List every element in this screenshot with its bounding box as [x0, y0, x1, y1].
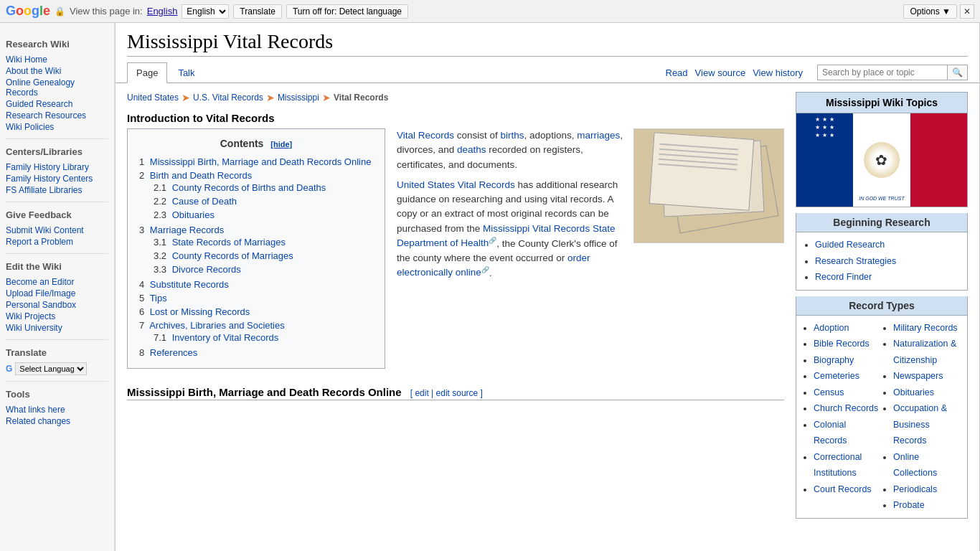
- sidebar-centers-section-title: Centers/Libraries: [6, 146, 108, 157]
- language-selector[interactable]: Select Language: [15, 362, 87, 375]
- obituaries-link[interactable]: Obituaries: [893, 387, 934, 397]
- census-link[interactable]: Census: [814, 387, 844, 397]
- toc-link-7-1[interactable]: Inventory of Vital Records: [172, 332, 279, 343]
- sidebar-item-personal-sandbox[interactable]: Personal Sandbox: [6, 299, 108, 311]
- toc-link-5[interactable]: Tips: [150, 293, 167, 303]
- star-row-2: ★ ★ ★: [815, 124, 834, 131]
- cemeteries-link[interactable]: Cemeteries: [814, 371, 859, 381]
- sidebar-item-online-genealogy[interactable]: Online Genealogy Records: [6, 77, 108, 98]
- court-records-link[interactable]: Court Records: [814, 484, 872, 494]
- sidebar-item-guided-research[interactable]: Guided Research: [6, 98, 108, 110]
- language-select[interactable]: English: [182, 4, 229, 19]
- record-finder-link[interactable]: Record Finder: [815, 272, 872, 282]
- naturalization-link[interactable]: Naturalization & Citizenship: [893, 339, 956, 365]
- correctional-link[interactable]: Correctional Institutions: [814, 452, 862, 479]
- military-records-link[interactable]: Military Records: [893, 323, 958, 333]
- toc-link-3-3[interactable]: Divorce Records: [172, 264, 241, 275]
- toc-link-3-1[interactable]: State Records of Marriages: [172, 237, 286, 248]
- toc-item-3: 3 Marriage Records 3.1 State Records of …: [139, 223, 373, 278]
- colonial-records-link[interactable]: Colonial Records: [814, 420, 847, 446]
- toc-item-8: 8 References: [139, 346, 373, 359]
- options-button[interactable]: Options ▼: [903, 4, 957, 19]
- toc-link-2-1[interactable]: County Records of Births and Deaths: [172, 182, 326, 193]
- action-view-source[interactable]: View source: [695, 67, 746, 78]
- lock-icon: 🔒: [55, 6, 65, 17]
- list-item-occupation: Occupation & Business Records: [893, 400, 961, 449]
- ms-vital-records-link[interactable]: Mississippi Vital Records State Departme…: [397, 223, 615, 249]
- sidebar-item-fhl[interactable]: Family History Library: [6, 161, 108, 173]
- sidebar-item-wiki-university[interactable]: Wiki University: [6, 322, 108, 334]
- sidebar-item-upload-file[interactable]: Upload File/Image: [6, 288, 108, 299]
- vital-records-link[interactable]: Vital Records: [397, 130, 454, 141]
- sidebar-feedback-section-title: Give Feedback: [6, 209, 108, 220]
- sidebar-item-submit-wiki[interactable]: Submit Wiki Content: [6, 225, 108, 236]
- us-vital-records-link[interactable]: United States Vital Records: [397, 179, 515, 190]
- toc-sublist-2: 2.1 County Records of Births and Deaths …: [139, 181, 373, 222]
- toc-link-1[interactable]: Mississippi Birth, Marriage and Death Re…: [150, 156, 372, 167]
- list-item-adoption: Adoption: [814, 320, 882, 336]
- occupation-link[interactable]: Occupation & Business Records: [893, 403, 947, 446]
- sidebar-item-become-editor[interactable]: Become an Editor: [6, 276, 108, 288]
- deaths-link[interactable]: deaths: [457, 144, 486, 155]
- biography-link[interactable]: Biography: [814, 355, 854, 365]
- order-online-link[interactable]: order electronically online: [397, 253, 590, 278]
- google-translate-icon: G: [6, 364, 12, 374]
- turn-off-button[interactable]: Turn off for: Detect language: [286, 4, 408, 19]
- toc-link-8[interactable]: References: [150, 347, 197, 358]
- sidebar-item-about-wiki[interactable]: About the Wiki: [6, 65, 108, 77]
- breadcrumb-link-us[interactable]: United States: [127, 93, 179, 103]
- search-input[interactable]: [818, 65, 947, 80]
- research-strategies-link[interactable]: Research Strategies: [815, 256, 896, 266]
- toc-item-2: 2 Birth and Death Records 2.1 County Rec…: [139, 169, 373, 223]
- bible-records-link[interactable]: Bible Records: [814, 339, 870, 349]
- toc-link-7[interactable]: Archives, Libraries and Societies: [149, 320, 285, 331]
- toc-link-2[interactable]: Birth and Death Records: [150, 170, 252, 181]
- toc-item-6: 6 Lost or Missing Records: [139, 305, 373, 319]
- action-view-history[interactable]: View history: [753, 67, 803, 78]
- page-header: Mississippi Vital Records: [116, 23, 979, 57]
- breadcrumb-link-us-vital[interactable]: U.S. Vital Records: [193, 93, 263, 103]
- sidebar-item-wiki-projects[interactable]: Wiki Projects: [6, 311, 108, 322]
- list-item-probate: Probate: [893, 497, 961, 514]
- sidebar-item-report-problem[interactable]: Report a Problem: [6, 236, 108, 248]
- sidebar-item-fs-affiliate[interactable]: FS Affiliate Libraries: [6, 184, 108, 196]
- close-button[interactable]: ✕: [960, 4, 974, 19]
- action-read[interactable]: Read: [666, 67, 688, 78]
- sidebar-item-research-resources[interactable]: Research Resources: [6, 110, 108, 121]
- toc-item-2-3: 2.3 Obituaries: [154, 208, 373, 222]
- list-item-online-collections: Online Collections: [893, 449, 961, 481]
- adoption-link[interactable]: Adoption: [814, 323, 849, 333]
- toc-link-2-2[interactable]: Cause of Death: [172, 196, 237, 207]
- marriages-link[interactable]: marriages: [577, 130, 620, 141]
- church-records-link[interactable]: Church Records: [814, 403, 878, 413]
- sidebar-item-fhc[interactable]: Family History Centers: [6, 173, 108, 184]
- toc-link-3-2[interactable]: County Records of Marriages: [172, 250, 293, 261]
- periodicals-link[interactable]: Periodicals: [893, 484, 937, 494]
- newspapers-link[interactable]: Newspapers: [893, 371, 943, 381]
- right-sidebar-header: Mississippi Wiki Topics: [796, 92, 968, 113]
- toc-link-4[interactable]: Substitute Records: [150, 279, 229, 290]
- record-types-header: Record Types: [796, 296, 968, 316]
- search-button[interactable]: 🔍: [947, 65, 967, 80]
- section1-edit-link[interactable]: [ edit | edit source ]: [410, 388, 483, 398]
- toc-link-6[interactable]: Lost or Missing Records: [150, 306, 250, 317]
- translate-button[interactable]: Translate: [233, 4, 282, 19]
- language-link[interactable]: English: [147, 6, 178, 17]
- probate-link[interactable]: Probate: [893, 500, 925, 510]
- births-link[interactable]: births: [501, 130, 524, 141]
- sidebar-item-related-changes[interactable]: Related changes: [6, 415, 108, 427]
- sidebar-item-wiki-policies[interactable]: Wiki Policies: [6, 121, 108, 133]
- toc-link-2-3[interactable]: Obituaries: [172, 209, 215, 220]
- breadcrumb-link-mississippi[interactable]: Mississippi: [278, 93, 319, 103]
- list-item-biography: Biography: [814, 352, 882, 369]
- sidebar-item-what-links[interactable]: What links here: [6, 404, 108, 415]
- list-item-newspapers: Newspapers: [893, 368, 961, 385]
- sidebar-item-wiki-home[interactable]: Wiki Home: [6, 54, 108, 65]
- guided-research-link[interactable]: Guided Research: [815, 240, 885, 250]
- page-title: Mississippi Vital Records: [127, 30, 968, 57]
- tab-talk[interactable]: Talk: [169, 62, 204, 83]
- toc-link-3[interactable]: Marriage Records: [150, 225, 224, 235]
- online-collections-link[interactable]: Online Collections: [893, 452, 937, 479]
- contents-hide-link[interactable]: [hide]: [270, 140, 292, 149]
- tab-page[interactable]: Page: [127, 62, 167, 83]
